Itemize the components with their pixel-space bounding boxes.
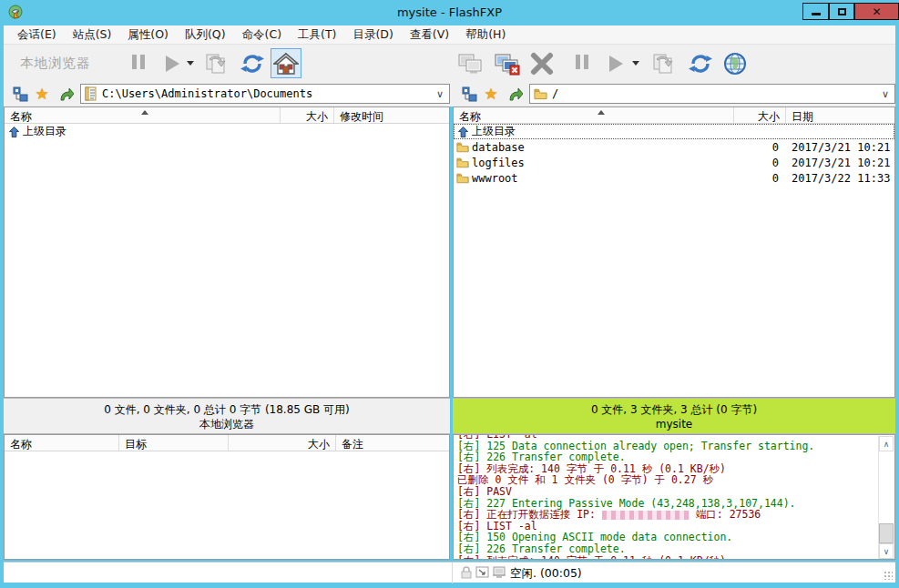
menu-item-命令[interactable]: 命令(C) [234, 25, 290, 45]
log-line: [右] 正在打开数据连接 IP: 端口: 27536 [457, 509, 894, 521]
up-directory-icon [457, 126, 469, 138]
file-name: database [472, 141, 734, 154]
column-header-size[interactable]: 大小 [229, 435, 336, 451]
log-line: [右] 226 Transfer complete. [457, 451, 894, 463]
column-header-size[interactable]: 大小 [734, 107, 786, 123]
status-bar-left-section [4, 563, 453, 583]
queue-computer-icon [492, 565, 507, 580]
remote-path-combobox[interactable]: / ∨ [529, 84, 895, 104]
log-line: 已删除 0 文件 和 1 文件夹 (0 字节) 于 0.27 秒 [457, 474, 894, 486]
local-pause-button[interactable] [123, 48, 154, 78]
close-icon: ✕ [872, 5, 881, 18]
remote-file-list: 名称 大小 日期 上级目录database02017/3/21 10:21log… [453, 106, 895, 398]
column-header-target[interactable]: 目标 [119, 435, 229, 451]
curved-up-arrow-icon [58, 86, 74, 102]
column-header-modified[interactable]: 修改时间 [334, 107, 449, 123]
column-header-name[interactable]: 名称 [454, 107, 734, 123]
remote-connect-button[interactable] [454, 48, 488, 78]
up-directory-icon [454, 126, 472, 138]
remote-transfer-button[interactable] [648, 48, 679, 78]
local-path-combobox[interactable]: C:\Users\Administrator\Documents ∨ [80, 84, 450, 104]
remote-site-browser-button[interactable] [720, 48, 751, 78]
abort-x-icon [529, 52, 555, 76]
column-header-date[interactable]: 日期 [786, 107, 894, 123]
lock-icon [459, 565, 474, 580]
menu-item-目录[interactable]: 目录(D) [344, 25, 401, 45]
scroll-down-button[interactable]: ∨ [879, 543, 894, 559]
folder-icon [454, 157, 472, 168]
flashfxp-window: mysite - FlashFXP ✕ 会话(E)站点(S)属性(O)队列(Q)… [0, 0, 899, 588]
idle-status-text: 空闲. (00:05) [510, 566, 582, 582]
remote-resume-dropdown[interactable] [629, 48, 642, 78]
session-log-panel[interactable]: [右] LIST -al[右] 125 Data connection alre… [453, 434, 895, 560]
transfer-queue-panel: 名称 目标 大小 备注 [4, 434, 450, 560]
title-bar[interactable]: mysite - FlashFXP ✕ [0, 0, 899, 25]
home-icon [273, 52, 299, 76]
menu-item-会话[interactable]: 会话(E) [9, 25, 65, 45]
menu-item-工具[interactable]: 工具(T) [290, 25, 344, 45]
local-file-list: 名称 大小 修改时间 上级目录 [4, 106, 450, 398]
file-row-wwwroot[interactable]: wwwroot02017/3/22 11:33 [454, 170, 894, 186]
remote-list-body: 上级目录database02017/3/21 10:21logfiles0201… [454, 124, 894, 186]
file-row-上级目录[interactable]: 上级目录 [454, 124, 894, 139]
file-row-logfiles[interactable]: logfiles02017/3/21 10:21 [454, 155, 894, 170]
menu-item-队列[interactable]: 队列(Q) [177, 25, 234, 45]
play-icon [166, 56, 179, 72]
disconnect-icon [494, 52, 521, 76]
scroll-up-button[interactable]: ∧ [879, 436, 894, 451]
log-line: [右] PASV [457, 486, 894, 498]
window-title: mysite - FlashFXP [0, 5, 899, 19]
local-resume-dropdown[interactable] [184, 48, 197, 78]
local-refresh-button[interactable] [237, 48, 268, 78]
chevron-down-icon[interactable]: ∨ [436, 88, 444, 100]
file-name: logfiles [472, 157, 734, 169]
local-status-title: 本地浏览器 [4, 417, 450, 431]
file-row-database[interactable]: database02017/3/21 10:21 [454, 139, 894, 155]
menu-item-查看[interactable]: 查看(V) [402, 25, 457, 45]
log-scrollbar[interactable]: ∧ ∨ [878, 436, 894, 559]
resize-grip[interactable] [884, 571, 893, 580]
column-header-name[interactable]: 名称 [5, 435, 119, 451]
remote-status-counts: 0 文件, 3 文件夹, 3 总计 (0 字节) [453, 402, 895, 417]
local-transfer-button[interactable] [200, 48, 231, 78]
remote-folder-tree-button[interactable] [460, 85, 478, 103]
local-path-value: C:\Users\Administrator\Documents [102, 87, 436, 100]
folder-icon [456, 157, 469, 168]
close-button[interactable]: ✕ [854, 3, 899, 20]
local-folder-tree-button[interactable] [11, 85, 29, 103]
log-line: [右] 列表完成: 140 字节 于 0.11 秒 (0.1 KB/秒) [457, 555, 894, 560]
remote-up-directory-button[interactable] [506, 85, 524, 103]
remote-disconnect-button[interactable] [490, 48, 525, 78]
minimize-button[interactable] [802, 3, 829, 20]
remote-bookmarks-button[interactable]: ★ [482, 85, 500, 103]
up-directory-icon [5, 126, 23, 138]
file-row-上级目录[interactable]: 上级目录 [5, 124, 449, 139]
menu-item-帮助[interactable]: 帮助(H) [457, 25, 514, 45]
chevron-down-icon[interactable]: ∨ [882, 88, 889, 100]
column-header-note[interactable]: 备注 [336, 435, 449, 451]
queue-header: 名称 目标 大小 备注 [5, 435, 449, 451]
log-line: [右] 226 Transfer complete. [457, 543, 894, 555]
menu-item-站点[interactable]: 站点(S) [65, 25, 120, 45]
path-row: ★ C:\Users\Administrator\Documents ∨ [4, 82, 895, 106]
local-browser-label[interactable]: 本地浏览器 [20, 55, 91, 72]
document-icon [85, 86, 97, 101]
remote-abort-button[interactable] [526, 48, 557, 78]
remote-pause-button[interactable] [567, 48, 598, 78]
scrollbar-thumb[interactable] [879, 523, 894, 543]
curved-up-arrow-icon [507, 86, 523, 102]
chevron-up-icon: ∧ [884, 440, 890, 449]
remote-resume-button[interactable] [600, 48, 631, 78]
menu-item-属性[interactable]: 属性(O) [119, 25, 177, 45]
remote-refresh-button[interactable] [685, 48, 716, 78]
maximize-button[interactable] [829, 3, 854, 20]
local-bookmarks-button[interactable]: ★ [33, 85, 51, 103]
remote-list-header: 名称 大小 日期 [454, 107, 894, 124]
chevron-down-icon [632, 61, 639, 66]
local-resume-button[interactable] [157, 48, 188, 78]
column-header-size[interactable]: 大小 [281, 107, 334, 123]
minimize-icon [812, 13, 821, 15]
file-size: 0 [734, 141, 786, 154]
local-home-button[interactable] [271, 48, 301, 78]
local-up-directory-button[interactable] [56, 85, 75, 103]
